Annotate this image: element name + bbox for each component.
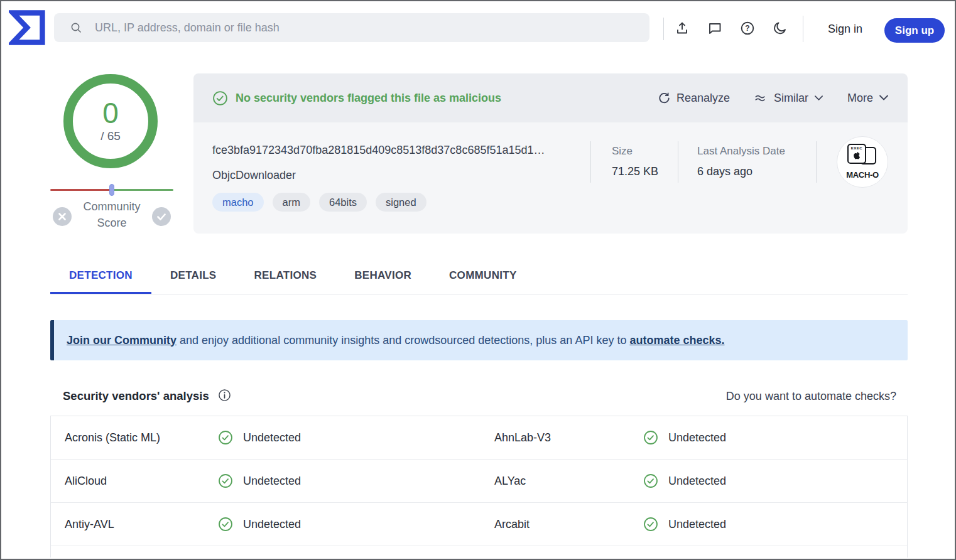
file-hash[interactable]: fce3bfa9172343d70fba281815d409c8513f8d37… [212,144,545,157]
section-title: Security vendors' analysis [63,389,209,403]
community-score-slider [50,189,173,191]
comment-icon[interactable] [707,21,722,36]
vendor-name: AliCloud [65,475,107,488]
tag-macho[interactable]: macho [212,193,264,212]
refresh-icon [658,92,671,105]
detection-score-total: / 65 [100,129,121,143]
more-button[interactable]: More [847,92,889,105]
tag-64bits[interactable]: 64bits [319,193,367,212]
undetected-check-icon [643,430,658,445]
banner-text: and enjoy additional community insights … [177,334,629,347]
tabs-bar: DETECTION DETAILS RELATIONS BEHAVIOR COM… [50,259,908,294]
table-row: Antiy-AVL Undetected Arcabit Undetected [51,503,907,546]
meta-divider [678,141,678,183]
tab-detection[interactable]: DETECTION [50,259,151,294]
sign-in-link[interactable]: Sign in [828,23,862,36]
size-label: Size [612,145,633,158]
macho-label: MACH-O [837,170,888,180]
automate-question[interactable]: Do you want to automate checks? [726,390,896,403]
table-row: Acronis (Static ML) Undetected AhnLab-V3… [51,416,907,460]
exec-label: EXEC [849,146,865,151]
help-icon[interactable]: ? [740,21,755,36]
detection-score-value: 0 [102,99,119,127]
vendors-table: Acronis (Static ML) Undetected AhnLab-V3… [50,416,908,557]
tag-signed[interactable]: signed [376,193,426,212]
undetected-check-icon [643,517,658,532]
file-tags: macho arm 64bits signed [212,193,426,212]
search-input[interactable] [82,21,649,35]
join-community-link[interactable]: Join our Community [67,334,177,347]
tag-arm[interactable]: arm [273,193,310,212]
file-summary-card: No security vendors flagged this file as… [193,73,908,234]
status-banner: No security vendors flagged this file as… [212,90,501,106]
status-text: No security vendors flagged this file as… [236,92,501,105]
tab-behavior[interactable]: BEHAVIOR [335,259,430,294]
vendor-name: Antiy-AVL [65,518,114,531]
slider-negative-segment [50,189,112,191]
upload-icon[interactable] [675,21,690,36]
svg-text:?: ? [745,24,749,33]
reanalyze-button[interactable]: Reanalyze [658,92,730,105]
table-row: AliCloud Undetected ALYac Undetected [51,460,907,503]
dark-mode-moon-icon[interactable] [773,21,788,36]
header-divider [803,16,803,42]
vendor-result: Undetected [218,430,301,445]
vendor-result: Undetected [643,517,726,532]
vendor-result: Undetected [643,473,726,488]
chevron-down-icon [814,95,823,102]
undetected-check-icon [218,473,233,488]
vendor-name: Arcabit [494,518,530,531]
meta-divider [590,141,591,183]
analysis-section-header: Security vendors' analysis Do you want t… [50,378,908,414]
size-value: 71.25 KB [612,165,658,178]
last-analysis-label: Last Analysis Date [697,145,785,158]
similar-waves-icon [754,91,768,105]
meta-divider [816,141,817,183]
community-banner: Join our Community and enjoy additional … [50,320,908,360]
similar-button[interactable]: Similar [754,91,823,105]
vendor-name: AhnLab-V3 [494,431,551,444]
undetected-check-icon [643,473,658,488]
tab-community[interactable]: COMMUNITY [430,259,536,294]
info-icon[interactable] [218,389,231,404]
automate-checks-link[interactable]: automate checks. [629,334,724,347]
undetected-check-icon [218,517,233,532]
file-icon-front: EXEC [847,144,866,164]
slider-handle[interactable] [109,184,114,196]
file-name: ObjcDownloader [212,169,296,182]
table-row-partial [51,546,907,557]
check-circle-icon [212,90,228,106]
search-bar [54,13,649,42]
undetected-check-icon [218,430,233,445]
macho-file-type-badge: EXEC MACH-O [837,136,888,188]
slider-positive-segment [112,189,173,191]
chevron-down-icon [879,94,889,102]
vendor-name: ALYac [494,475,526,488]
card-header: No security vendors flagged this file as… [193,73,908,122]
detection-score-ring: 0 / 65 [63,74,158,168]
vendor-result: Undetected [218,473,301,488]
tab-relations[interactable]: RELATIONS [236,259,336,294]
card-body: fce3bfa9172343d70fba281815d409c8513f8d37… [193,122,908,234]
vendor-result: Undetected [643,430,726,445]
virustotal-window: ? Sign in Sign up 0 / 65 Community Score [0,0,956,560]
header-divider [663,18,664,40]
apple-logo-icon [852,151,862,161]
tab-details[interactable]: DETAILS [151,259,236,294]
vendor-name: Acronis (Static ML) [65,431,160,444]
vote-malicious-icon[interactable] [53,207,72,226]
last-analysis-value: 6 days ago [697,165,752,178]
vote-harmless-icon[interactable] [152,207,171,226]
virustotal-logo-icon[interactable] [9,9,46,46]
sign-up-button[interactable]: Sign up [884,18,945,43]
search-icon [70,22,82,34]
vendor-result: Undetected [218,517,301,532]
